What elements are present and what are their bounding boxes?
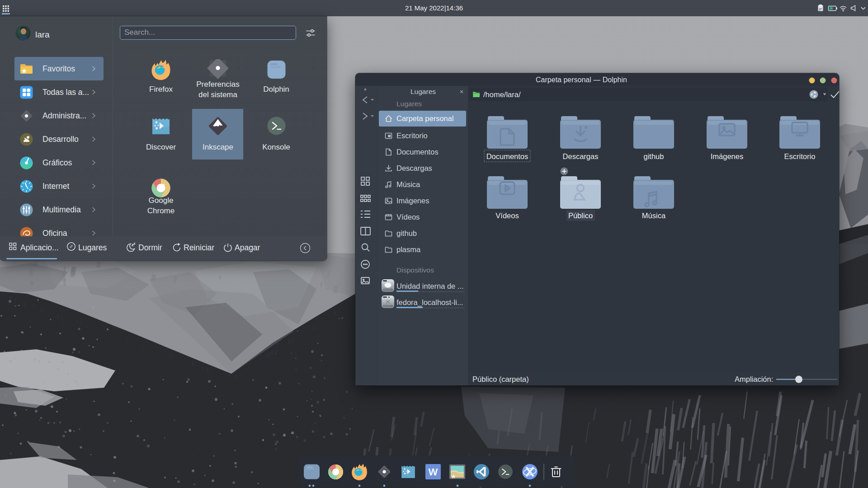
svg-text:W: W	[429, 466, 438, 478]
svg-text:github: github	[644, 152, 664, 160]
svg-text:Documentos: Documentos	[486, 152, 528, 160]
svg-text:Vídeos: Vídeos	[495, 211, 519, 220]
svg-text:Música: Música	[642, 211, 666, 220]
svg-text:Público: Público	[568, 211, 593, 220]
svg-text:Escritorio: Escritorio	[784, 152, 816, 160]
svg-text:Imágenes: Imágenes	[711, 152, 743, 160]
svg-text:Descargas: Descargas	[563, 152, 599, 160]
